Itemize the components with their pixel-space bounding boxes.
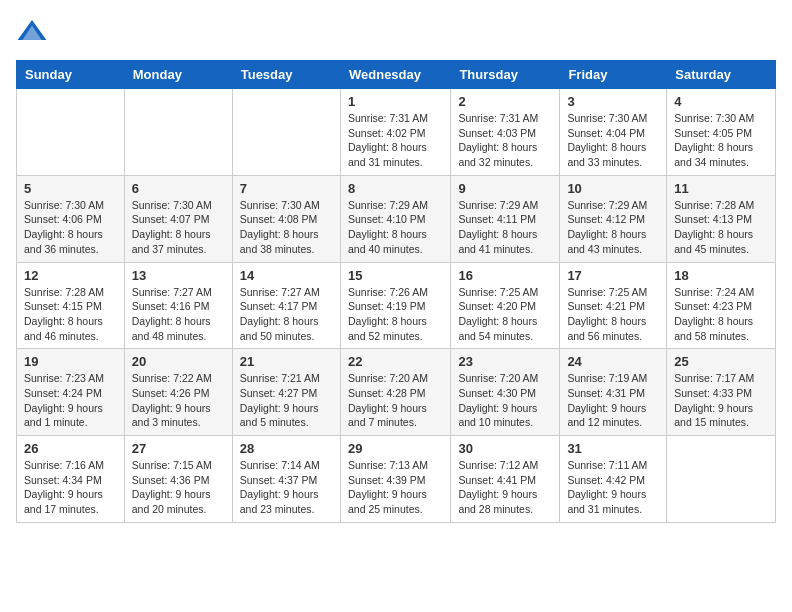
day-info: Sunrise: 7:30 AM Sunset: 4:04 PM Dayligh… xyxy=(567,111,659,170)
calendar-cell xyxy=(667,436,776,523)
day-info: Sunrise: 7:14 AM Sunset: 4:37 PM Dayligh… xyxy=(240,458,333,517)
day-info: Sunrise: 7:17 AM Sunset: 4:33 PM Dayligh… xyxy=(674,371,768,430)
calendar-week-row: 26Sunrise: 7:16 AM Sunset: 4:34 PM Dayli… xyxy=(17,436,776,523)
calendar-cell: 24Sunrise: 7:19 AM Sunset: 4:31 PM Dayli… xyxy=(560,349,667,436)
day-of-week-header: Friday xyxy=(560,61,667,89)
calendar-week-row: 1Sunrise: 7:31 AM Sunset: 4:02 PM Daylig… xyxy=(17,89,776,176)
day-of-week-header: Thursday xyxy=(451,61,560,89)
day-number: 25 xyxy=(674,354,768,369)
calendar-cell xyxy=(124,89,232,176)
day-number: 31 xyxy=(567,441,659,456)
day-number: 30 xyxy=(458,441,552,456)
day-info: Sunrise: 7:21 AM Sunset: 4:27 PM Dayligh… xyxy=(240,371,333,430)
day-info: Sunrise: 7:29 AM Sunset: 4:11 PM Dayligh… xyxy=(458,198,552,257)
logo-icon xyxy=(16,16,48,48)
calendar-cell: 22Sunrise: 7:20 AM Sunset: 4:28 PM Dayli… xyxy=(340,349,450,436)
calendar-cell: 26Sunrise: 7:16 AM Sunset: 4:34 PM Dayli… xyxy=(17,436,125,523)
day-info: Sunrise: 7:25 AM Sunset: 4:21 PM Dayligh… xyxy=(567,285,659,344)
calendar-cell: 30Sunrise: 7:12 AM Sunset: 4:41 PM Dayli… xyxy=(451,436,560,523)
calendar-cell xyxy=(17,89,125,176)
calendar-cell: 15Sunrise: 7:26 AM Sunset: 4:19 PM Dayli… xyxy=(340,262,450,349)
day-number: 4 xyxy=(674,94,768,109)
day-info: Sunrise: 7:30 AM Sunset: 4:07 PM Dayligh… xyxy=(132,198,225,257)
logo xyxy=(16,16,52,48)
day-number: 16 xyxy=(458,268,552,283)
day-number: 19 xyxy=(24,354,117,369)
day-info: Sunrise: 7:28 AM Sunset: 4:13 PM Dayligh… xyxy=(674,198,768,257)
day-number: 24 xyxy=(567,354,659,369)
calendar-cell: 14Sunrise: 7:27 AM Sunset: 4:17 PM Dayli… xyxy=(232,262,340,349)
day-number: 7 xyxy=(240,181,333,196)
day-info: Sunrise: 7:25 AM Sunset: 4:20 PM Dayligh… xyxy=(458,285,552,344)
day-number: 5 xyxy=(24,181,117,196)
calendar-cell: 19Sunrise: 7:23 AM Sunset: 4:24 PM Dayli… xyxy=(17,349,125,436)
day-info: Sunrise: 7:24 AM Sunset: 4:23 PM Dayligh… xyxy=(674,285,768,344)
calendar-cell: 23Sunrise: 7:20 AM Sunset: 4:30 PM Dayli… xyxy=(451,349,560,436)
day-info: Sunrise: 7:29 AM Sunset: 4:10 PM Dayligh… xyxy=(348,198,443,257)
calendar-cell: 2Sunrise: 7:31 AM Sunset: 4:03 PM Daylig… xyxy=(451,89,560,176)
calendar-cell: 28Sunrise: 7:14 AM Sunset: 4:37 PM Dayli… xyxy=(232,436,340,523)
day-of-week-header: Saturday xyxy=(667,61,776,89)
day-of-week-header: Wednesday xyxy=(340,61,450,89)
day-number: 17 xyxy=(567,268,659,283)
day-number: 18 xyxy=(674,268,768,283)
calendar-cell: 1Sunrise: 7:31 AM Sunset: 4:02 PM Daylig… xyxy=(340,89,450,176)
day-info: Sunrise: 7:30 AM Sunset: 4:05 PM Dayligh… xyxy=(674,111,768,170)
calendar-table: SundayMondayTuesdayWednesdayThursdayFrid… xyxy=(16,60,776,523)
day-info: Sunrise: 7:27 AM Sunset: 4:16 PM Dayligh… xyxy=(132,285,225,344)
calendar-cell: 6Sunrise: 7:30 AM Sunset: 4:07 PM Daylig… xyxy=(124,175,232,262)
day-number: 26 xyxy=(24,441,117,456)
calendar-cell: 3Sunrise: 7:30 AM Sunset: 4:04 PM Daylig… xyxy=(560,89,667,176)
day-info: Sunrise: 7:31 AM Sunset: 4:02 PM Dayligh… xyxy=(348,111,443,170)
calendar-cell: 18Sunrise: 7:24 AM Sunset: 4:23 PM Dayli… xyxy=(667,262,776,349)
day-number: 8 xyxy=(348,181,443,196)
day-info: Sunrise: 7:23 AM Sunset: 4:24 PM Dayligh… xyxy=(24,371,117,430)
day-info: Sunrise: 7:20 AM Sunset: 4:30 PM Dayligh… xyxy=(458,371,552,430)
calendar-cell: 31Sunrise: 7:11 AM Sunset: 4:42 PM Dayli… xyxy=(560,436,667,523)
day-info: Sunrise: 7:12 AM Sunset: 4:41 PM Dayligh… xyxy=(458,458,552,517)
day-number: 14 xyxy=(240,268,333,283)
calendar-cell: 7Sunrise: 7:30 AM Sunset: 4:08 PM Daylig… xyxy=(232,175,340,262)
day-info: Sunrise: 7:27 AM Sunset: 4:17 PM Dayligh… xyxy=(240,285,333,344)
day-number: 11 xyxy=(674,181,768,196)
day-info: Sunrise: 7:13 AM Sunset: 4:39 PM Dayligh… xyxy=(348,458,443,517)
day-number: 3 xyxy=(567,94,659,109)
calendar-week-row: 12Sunrise: 7:28 AM Sunset: 4:15 PM Dayli… xyxy=(17,262,776,349)
day-number: 9 xyxy=(458,181,552,196)
calendar-cell: 12Sunrise: 7:28 AM Sunset: 4:15 PM Dayli… xyxy=(17,262,125,349)
day-info: Sunrise: 7:15 AM Sunset: 4:36 PM Dayligh… xyxy=(132,458,225,517)
day-info: Sunrise: 7:30 AM Sunset: 4:08 PM Dayligh… xyxy=(240,198,333,257)
day-of-week-header: Tuesday xyxy=(232,61,340,89)
calendar-cell: 21Sunrise: 7:21 AM Sunset: 4:27 PM Dayli… xyxy=(232,349,340,436)
day-number: 1 xyxy=(348,94,443,109)
day-number: 10 xyxy=(567,181,659,196)
day-number: 13 xyxy=(132,268,225,283)
day-of-week-header: Sunday xyxy=(17,61,125,89)
calendar-header-row: SundayMondayTuesdayWednesdayThursdayFrid… xyxy=(17,61,776,89)
calendar-cell: 17Sunrise: 7:25 AM Sunset: 4:21 PM Dayli… xyxy=(560,262,667,349)
day-number: 29 xyxy=(348,441,443,456)
day-info: Sunrise: 7:16 AM Sunset: 4:34 PM Dayligh… xyxy=(24,458,117,517)
calendar-cell: 25Sunrise: 7:17 AM Sunset: 4:33 PM Dayli… xyxy=(667,349,776,436)
page-header xyxy=(16,16,776,48)
calendar-cell xyxy=(232,89,340,176)
day-number: 23 xyxy=(458,354,552,369)
calendar-cell: 20Sunrise: 7:22 AM Sunset: 4:26 PM Dayli… xyxy=(124,349,232,436)
calendar-cell: 16Sunrise: 7:25 AM Sunset: 4:20 PM Dayli… xyxy=(451,262,560,349)
calendar-cell: 29Sunrise: 7:13 AM Sunset: 4:39 PM Dayli… xyxy=(340,436,450,523)
day-number: 28 xyxy=(240,441,333,456)
calendar-cell: 5Sunrise: 7:30 AM Sunset: 4:06 PM Daylig… xyxy=(17,175,125,262)
day-info: Sunrise: 7:26 AM Sunset: 4:19 PM Dayligh… xyxy=(348,285,443,344)
day-number: 22 xyxy=(348,354,443,369)
day-info: Sunrise: 7:20 AM Sunset: 4:28 PM Dayligh… xyxy=(348,371,443,430)
calendar-week-row: 19Sunrise: 7:23 AM Sunset: 4:24 PM Dayli… xyxy=(17,349,776,436)
day-of-week-header: Monday xyxy=(124,61,232,89)
day-number: 20 xyxy=(132,354,225,369)
day-info: Sunrise: 7:30 AM Sunset: 4:06 PM Dayligh… xyxy=(24,198,117,257)
day-number: 15 xyxy=(348,268,443,283)
calendar-cell: 10Sunrise: 7:29 AM Sunset: 4:12 PM Dayli… xyxy=(560,175,667,262)
calendar-cell: 11Sunrise: 7:28 AM Sunset: 4:13 PM Dayli… xyxy=(667,175,776,262)
day-number: 27 xyxy=(132,441,225,456)
day-info: Sunrise: 7:19 AM Sunset: 4:31 PM Dayligh… xyxy=(567,371,659,430)
calendar-cell: 13Sunrise: 7:27 AM Sunset: 4:16 PM Dayli… xyxy=(124,262,232,349)
